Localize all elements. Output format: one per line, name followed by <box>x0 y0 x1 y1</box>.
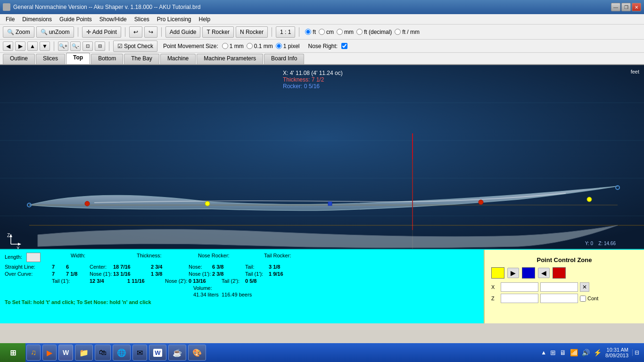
show-desktop-icon[interactable]: ⊟ <box>632 349 639 356</box>
network-icon[interactable]: 📶 <box>570 349 578 356</box>
spot-check-button[interactable]: ☑ Spot Check <box>113 41 157 52</box>
color-yellow[interactable] <box>491 267 504 279</box>
unit-ft-radio[interactable] <box>305 29 311 35</box>
tail-label: Tail: <box>245 264 269 270</box>
close-button[interactable]: ✕ <box>632 3 641 11</box>
tab-slices[interactable]: Slices <box>36 54 65 64</box>
move-1px-radio[interactable] <box>276 43 282 49</box>
add-point-button[interactable]: ✛ Add Point <box>82 26 121 38</box>
fit-button[interactable]: ⊡ <box>83 41 93 51</box>
pcz-arrow-right[interactable]: ▶ <box>507 268 519 278</box>
minimize-button[interactable]: — <box>611 3 620 11</box>
unit-ft-label[interactable]: ft <box>305 29 316 35</box>
nose1-label: Nose (1'): <box>90 271 113 277</box>
nav-left-button[interactable]: ◀ <box>3 41 13 51</box>
n-rocker-button[interactable]: N Rocker <box>236 26 268 38</box>
redo-button[interactable] <box>144 26 157 38</box>
unit-ft-dec-radio[interactable] <box>356 29 363 35</box>
start-button[interactable]: ⊞ <box>0 343 25 362</box>
taskbar-app-java[interactable]: ☕ <box>168 345 186 361</box>
zoom-out-button[interactable]: 🔍- <box>70 41 81 51</box>
menu-help[interactable]: Help <box>195 15 215 24</box>
nose-right-checkbox[interactable] <box>341 43 347 49</box>
zoom-button[interactable]: 🔍 Zoom <box>3 26 34 38</box>
move-1px-label[interactable]: 1 pixel <box>276 43 300 49</box>
add-guide-button[interactable]: Add Guide <box>165 26 201 38</box>
nav-down-button[interactable]: ▼ <box>40 41 50 51</box>
unzoom-button[interactable]: 🔍 unZoom <box>36 26 74 38</box>
expand-tray-icon[interactable]: ▲ <box>541 349 546 356</box>
unit-cm-radio[interactable] <box>319 29 325 35</box>
nav-right-button[interactable]: ▶ <box>15 41 25 51</box>
windows-icon[interactable]: ⊞ <box>550 349 556 356</box>
unit-mm-radio[interactable] <box>337 29 343 35</box>
monitor-icon[interactable]: 🖥 <box>560 349 566 356</box>
menu-show-hide[interactable]: Show/Hide <box>96 15 131 24</box>
menu-slices[interactable]: Slices <box>131 15 153 24</box>
svg-text:X: X <box>17 246 20 249</box>
mail-icon: ✉ <box>137 348 143 357</box>
zoom-in-button[interactable]: 🔍+ <box>58 41 68 51</box>
taskbar-app-wordpad[interactable]: W <box>58 345 73 361</box>
unit-ft-dec-label[interactable]: ft (decimal) <box>356 29 392 35</box>
color-blue[interactable] <box>522 267 535 279</box>
length-input[interactable] <box>26 253 41 262</box>
menu-file[interactable]: File <box>2 15 18 24</box>
taskbar-app-paint[interactable]: 🎨 <box>188 345 206 361</box>
unit-ft-mm-label[interactable]: ft / mm <box>395 29 420 35</box>
nose1-width: 13 1/16 <box>113 271 151 277</box>
unit-mm-label[interactable]: mm <box>337 29 354 35</box>
pcz-z-input1[interactable] <box>501 294 538 303</box>
tab-bottom[interactable]: Bottom <box>91 54 123 64</box>
tab-machine-parameters[interactable]: Machine Parameters <box>197 54 263 64</box>
pcz-z-input2[interactable] <box>540 294 578 303</box>
unit-cm-label[interactable]: cm <box>319 29 334 35</box>
move-1mm-radio[interactable] <box>222 43 228 49</box>
pcz-arrow-left[interactable]: ◀ <box>538 268 550 278</box>
menu-pro-licensing[interactable]: Pro Licensing <box>153 15 195 24</box>
menu-guide-points[interactable]: Guide Points <box>56 15 96 24</box>
java-icon: ☕ <box>173 348 182 357</box>
t-rocker-button[interactable]: T Rocker <box>202 26 233 38</box>
pcz-x-input2[interactable] <box>540 282 578 292</box>
taskbar: ⊞ ♫ ▶ W 📁 🛍 🌐 ✉ W ☕ 🎨 ▲ ⊞ 🖥 📶 🔊 ⚡ 10:31 … <box>0 343 644 362</box>
tail-rocker-header: Tail Rocker: <box>264 253 330 262</box>
taskbar-app-stream[interactable]: ▶ <box>42 345 57 361</box>
move-01mm-label[interactable]: 0.1 mm <box>247 43 273 49</box>
taskbar-app-mail[interactable]: ✉ <box>132 345 147 361</box>
scale-button[interactable]: 1 : 1 <box>276 26 295 38</box>
svg-point-15 <box>85 201 90 206</box>
taskbar-app-store[interactable]: 🛍 <box>95 345 111 361</box>
tab-top[interactable]: Top <box>66 53 90 64</box>
taskbar-app-winamp[interactable]: ♫ <box>26 345 41 361</box>
maximize-button[interactable]: ❐ <box>621 3 631 11</box>
tab-the-bay[interactable]: The Bay <box>124 54 159 64</box>
separator <box>125 27 125 37</box>
tab-machine[interactable]: Machine <box>160 54 196 64</box>
move-01mm-radio[interactable] <box>247 43 253 49</box>
menu-dimensions[interactable]: Dimensions <box>18 15 56 24</box>
pcz-cont-checkbox[interactable] <box>580 296 586 302</box>
unit-ft-mm-radio[interactable] <box>395 29 401 35</box>
feet-label: feet <box>631 69 639 74</box>
volume-icon[interactable]: 🔊 <box>582 349 590 356</box>
tab-board-info[interactable]: Board Info <box>264 54 304 64</box>
movement-radio-group: 1 mm 0.1 mm 1 pixel <box>222 43 300 49</box>
move-1mm-label[interactable]: 1 mm <box>222 43 244 49</box>
canvas-area[interactable]: Z X X: 4' 11.08 (4' 11.24 oc) Thickness:… <box>0 65 644 249</box>
svg-text:Z: Z <box>7 233 10 238</box>
nav-up-button[interactable]: ▲ <box>27 41 38 51</box>
color-red[interactable] <box>553 267 566 279</box>
coord-x: X: 4' 11.08 (4' 11.24 oc) <box>283 70 343 76</box>
fit2-button[interactable]: ⊟ <box>95 41 105 51</box>
pcz-x-clear[interactable]: ✕ <box>580 282 589 292</box>
bluetooth-icon[interactable]: ⚡ <box>594 349 602 356</box>
tab-outline[interactable]: Outline <box>3 54 35 64</box>
pcz-x-input1[interactable] <box>501 282 538 292</box>
undo-button[interactable] <box>129 26 142 38</box>
taskbar-app-files[interactable]: 📁 <box>75 345 93 361</box>
pcz-z-label: Z <box>491 296 499 301</box>
taskbar-app-chrome[interactable]: 🌐 <box>113 345 131 361</box>
nose1-nose-label: Nose (1'): <box>189 271 212 277</box>
taskbar-app-word[interactable]: W <box>149 345 166 361</box>
